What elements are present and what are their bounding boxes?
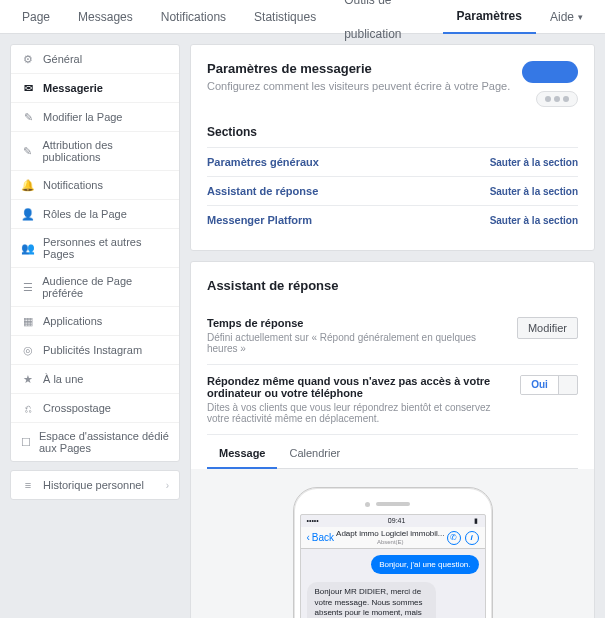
sidebar-item-support[interactable]: ☐Espace d'assistance dédié aux Pages [11, 423, 179, 461]
away-reply-row: Répondez même quand vous n'avez pas accè… [207, 365, 578, 435]
phone-user-message: Bonjour, j'ai une question. [371, 555, 478, 574]
toggle-on-label: Oui [521, 376, 559, 394]
nav-help[interactable]: Aide▾ [536, 0, 597, 34]
phone-back-button[interactable]: ‹Back [307, 532, 335, 543]
pencil-icon: ✎ [21, 110, 35, 124]
phone-nav-subtitle: Absent(E) [334, 539, 446, 546]
list-icon: ☰ [21, 280, 34, 294]
phone-status-bar: ••••• 09:41 ▮ [301, 515, 485, 527]
section-row-messenger: Messenger Platform Sauter à la section [207, 205, 578, 234]
phone-frame: ••••• 09:41 ▮ ‹Back Adapt immo Logiciel … [293, 487, 493, 618]
section-skip-assistant[interactable]: Sauter à la section [490, 186, 578, 197]
sidebar-item-general[interactable]: ⚙Général [11, 45, 179, 74]
section-skip-general[interactable]: Sauter à la section [490, 157, 578, 168]
blue-pill-decoration [522, 61, 578, 83]
sidebar-item-instagram[interactable]: ◎Publicités Instagram [11, 336, 179, 365]
crosspost-icon: ⎌ [21, 401, 35, 415]
bell-icon: 🔔 [21, 178, 35, 192]
nav-page[interactable]: Page [8, 0, 64, 34]
sidebar-item-people[interactable]: 👥Personnes et autres Pages [11, 229, 179, 268]
messaging-subtitle: Configurez comment les visiteurs peuvent… [207, 80, 514, 92]
sidebar-item-attribution[interactable]: ✎Attribution des publications [11, 132, 179, 171]
typing-dots-decoration [536, 91, 578, 107]
support-icon: ☐ [21, 435, 31, 449]
gear-icon: ⚙ [21, 52, 35, 66]
signal-icon: ••••• [307, 517, 319, 525]
sidebar: ⚙Général ✉Messagerie ✎Modifier la Page ✎… [10, 44, 180, 500]
phone-call-icon[interactable]: ✆ [447, 531, 461, 545]
phone-reply-message: Bonjour MR DIDIER, merci de votre messag… [307, 582, 436, 618]
sections-heading: Sections [207, 125, 578, 139]
messaging-settings-card: Paramètres de messagerie Configurez comm… [190, 44, 595, 251]
caret-down-icon: ▾ [578, 0, 583, 34]
phone-info-icon[interactable]: i [465, 531, 479, 545]
battery-icon: ▮ [474, 517, 478, 525]
chevron-left-icon: ‹ [307, 532, 310, 543]
phone-preview-wrap: ••••• 09:41 ▮ ‹Back Adapt immo Logiciel … [191, 469, 594, 618]
sidebar-item-edit-page[interactable]: ✎Modifier la Page [11, 103, 179, 132]
nav-settings[interactable]: Paramètres [443, 0, 536, 34]
section-row-assistant: Assistant de réponse Sauter à la section [207, 176, 578, 205]
sidebar-item-crossposting[interactable]: ⎌Crosspostage [11, 394, 179, 423]
section-link-assistant[interactable]: Assistant de réponse [207, 185, 318, 197]
sidebar-item-notifications[interactable]: 🔔Notifications [11, 171, 179, 200]
messaging-title: Paramètres de messagerie [207, 61, 514, 76]
tab-calendar[interactable]: Calendrier [277, 439, 352, 468]
response-assistant-card: Assistant de réponse Temps de réponse Dé… [190, 261, 595, 618]
section-link-general[interactable]: Paramètres généraux [207, 156, 319, 168]
sidebar-item-apps[interactable]: ▦Applications [11, 307, 179, 336]
sidebar-item-featured[interactable]: ★À la une [11, 365, 179, 394]
response-time-desc: Défini actuellement sur « Répond général… [207, 332, 507, 354]
users-icon: 👥 [21, 241, 35, 255]
phone-navbar: ‹Back Adapt immo Logiciel immobil...Abse… [301, 527, 485, 549]
sidebar-item-history[interactable]: ≡Historique personnel› [11, 471, 179, 499]
nav-messages[interactable]: Messages [64, 0, 147, 34]
mail-icon: ✉ [21, 81, 35, 95]
nav-publish-tools[interactable]: Outils de publication [330, 0, 442, 34]
response-time-row: Temps de réponse Défini actuellement sur… [207, 307, 578, 365]
instagram-icon: ◎ [21, 343, 35, 357]
away-toggle[interactable]: Oui [520, 375, 578, 395]
section-row-general: Paramètres généraux Sauter à la section [207, 147, 578, 176]
sidebar-item-roles[interactable]: 👤Rôles de la Page [11, 200, 179, 229]
nav-notifications[interactable]: Notifications [147, 0, 240, 34]
assistant-heading: Assistant de réponse [207, 278, 578, 293]
nav-stats[interactable]: Statistiques [240, 0, 330, 34]
phone-nav-title: Adapt immo Logiciel immobil... [336, 529, 444, 538]
grid-icon: ▦ [21, 314, 35, 328]
away-reply-desc: Dites à vos clients que vous leur répond… [207, 402, 510, 424]
modify-button[interactable]: Modifier [517, 317, 578, 339]
chevron-right-icon: › [166, 480, 169, 491]
section-skip-messenger[interactable]: Sauter à la section [490, 215, 578, 226]
away-reply-label: Répondez même quand vous n'avez pas accè… [207, 375, 510, 399]
phone-clock: 09:41 [388, 517, 406, 525]
user-icon: 👤 [21, 207, 35, 221]
top-nav: Page Messages Notifications Statistiques… [0, 0, 605, 34]
star-icon: ★ [21, 372, 35, 386]
response-time-label: Temps de réponse [207, 317, 507, 329]
tab-message[interactable]: Message [207, 439, 277, 469]
preview-tabs: Message Calendrier [207, 439, 578, 469]
section-link-messenger[interactable]: Messenger Platform [207, 214, 312, 226]
history-icon: ≡ [21, 478, 35, 492]
pencil-icon: ✎ [21, 144, 34, 158]
sidebar-item-messaging[interactable]: ✉Messagerie [11, 74, 179, 103]
sidebar-item-audience[interactable]: ☰Audience de Page préférée [11, 268, 179, 307]
